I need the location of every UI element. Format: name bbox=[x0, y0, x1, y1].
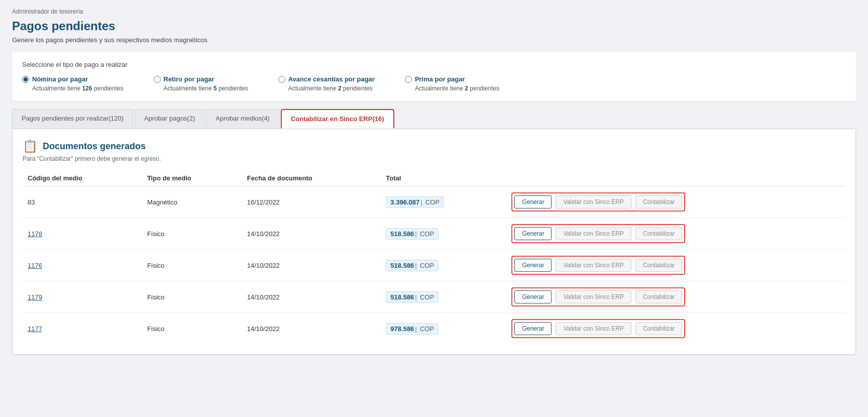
validar-button[interactable]: Validar con Sinco ERP bbox=[556, 290, 631, 303]
cell-tipo: Físico bbox=[142, 218, 242, 250]
radio-nomina[interactable] bbox=[22, 76, 29, 83]
action-buttons: Generar Validar con Sinco ERP Contabiliz… bbox=[511, 192, 685, 212]
generar-button[interactable]: Generar bbox=[514, 195, 552, 208]
section-title: Documentos generados bbox=[43, 141, 146, 152]
radio-label-nomina[interactable]: Nómina por pagar bbox=[22, 75, 124, 83]
total-badge: 518.586 | COP bbox=[386, 228, 439, 240]
cell-actions: Generar Validar con Sinco ERP Contabiliz… bbox=[506, 281, 845, 313]
cell-actions: Generar Validar con Sinco ERP Contabiliz… bbox=[506, 250, 845, 281]
payment-type-group: Nómina por pagar Actualmente tiene 126 p… bbox=[22, 75, 846, 92]
tab-contabilizar[interactable]: Contabilizar en Sinco ERP(16) bbox=[281, 109, 394, 129]
payment-type-label: Seleccione el tipo de pago a realizar bbox=[22, 61, 846, 68]
contabilizar-button[interactable]: Contabilizar bbox=[635, 195, 682, 208]
page-subtitle: Genere los pagos pendientes y sus respec… bbox=[12, 36, 856, 44]
radio-label-prima[interactable]: Prima por pagar bbox=[405, 75, 499, 83]
action-buttons: Generar Validar con Sinco ERP Contabiliz… bbox=[511, 287, 685, 306]
cell-tipo: Físico bbox=[142, 250, 242, 281]
contabilizar-button[interactable]: Contabilizar bbox=[635, 290, 682, 303]
cell-tipo: Magnético bbox=[142, 186, 242, 218]
generar-button[interactable]: Generar bbox=[514, 259, 552, 272]
payment-type-card: Seleccione el tipo de pago a realizar Nó… bbox=[12, 52, 856, 101]
tab-pagos-pendientes[interactable]: Pagos pendientes por realizar(120) bbox=[12, 109, 133, 129]
cell-actions: Generar Validar con Sinco ERP Contabiliz… bbox=[506, 186, 845, 218]
cell-tipo: Físico bbox=[142, 313, 242, 345]
radio-item-nomina: Nómina por pagar Actualmente tiene 126 p… bbox=[22, 75, 124, 92]
cell-codigo[interactable]: 1176 bbox=[23, 250, 142, 281]
validar-button[interactable]: Validar con Sinco ERP bbox=[556, 259, 631, 272]
table-row: 1177Físico14/10/2022978.586 | COP Genera… bbox=[23, 313, 845, 345]
section-header: 📋 Documentos generados bbox=[23, 139, 845, 153]
total-badge: 518.586 | COP bbox=[386, 291, 439, 303]
cell-codigo[interactable]: 1177 bbox=[23, 313, 142, 345]
table-row: 83Magnético16/12/20223.396.087 | COP Gen… bbox=[23, 186, 845, 218]
radio-sub-nomina: Actualmente tiene 126 pendientes bbox=[22, 85, 124, 92]
contabilizar-button[interactable]: Contabilizar bbox=[635, 259, 682, 272]
cell-codigo[interactable]: 1178 bbox=[23, 218, 142, 250]
radio-item-prima: Prima por pagar Actualmente tiene 2 pend… bbox=[405, 75, 499, 92]
table-row: 1179Físico14/10/2022518.586 | COP Genera… bbox=[23, 281, 845, 313]
codigo-link[interactable]: 1179 bbox=[28, 293, 42, 301]
cell-total: 3.396.087 | COP bbox=[381, 186, 506, 218]
radio-label-cesantias[interactable]: Avance cesantías por pagar bbox=[278, 75, 375, 83]
cell-codigo: 83 bbox=[23, 186, 142, 218]
cell-fecha: 14/10/2022 bbox=[242, 281, 381, 313]
radio-cesantias[interactable] bbox=[278, 76, 285, 83]
action-buttons: Generar Validar con Sinco ERP Contabiliz… bbox=[511, 319, 685, 338]
col-actions bbox=[506, 170, 845, 186]
cell-actions: Generar Validar con Sinco ERP Contabiliz… bbox=[506, 313, 845, 345]
radio-sub-retiro: Actualmente tiene 5 pendientes bbox=[154, 85, 248, 92]
radio-retiro[interactable] bbox=[154, 76, 161, 83]
validar-button[interactable]: Validar con Sinco ERP bbox=[556, 195, 631, 208]
radio-label-retiro[interactable]: Retiro por pagar bbox=[154, 75, 248, 83]
cell-total: 518.586 | COP bbox=[381, 218, 506, 250]
cell-total: 518.586 | COP bbox=[381, 281, 506, 313]
radio-item-cesantias: Avance cesantías por pagar Actualmente t… bbox=[278, 75, 375, 92]
col-fecha: Fecha de documento bbox=[242, 170, 381, 186]
cell-fecha: 16/12/2022 bbox=[242, 186, 381, 218]
tab-aprobar-medios[interactable]: Aprobar medios(4) bbox=[206, 109, 279, 129]
page-title: Pagos pendientes bbox=[12, 19, 856, 33]
action-buttons: Generar Validar con Sinco ERP Contabiliz… bbox=[511, 256, 685, 275]
cell-codigo[interactable]: 1179 bbox=[23, 281, 142, 313]
cell-fecha: 14/10/2022 bbox=[242, 250, 381, 281]
action-buttons: Generar Validar con Sinco ERP Contabiliz… bbox=[511, 224, 685, 243]
radio-item-retiro: Retiro por pagar Actualmente tiene 5 pen… bbox=[154, 75, 248, 92]
total-badge: 3.396.087 | COP bbox=[386, 196, 444, 208]
table-row: 1178Físico14/10/2022518.586 | COP Genera… bbox=[23, 218, 845, 250]
tabs-bar: Pagos pendientes por realizar(120) Aprob… bbox=[12, 109, 856, 129]
cell-total: 978.586 | COP bbox=[381, 313, 506, 345]
codigo-link[interactable]: 1176 bbox=[28, 262, 42, 269]
total-badge: 518.586 | COP bbox=[386, 260, 439, 271]
documents-table: Código del medio Tipo de medio Fecha de … bbox=[23, 170, 845, 344]
col-tipo: Tipo de medio bbox=[142, 170, 242, 186]
cell-fecha: 14/10/2022 bbox=[242, 218, 381, 250]
col-codigo: Código del medio bbox=[23, 170, 142, 186]
section-hint: Para "Contabilizar" primero debe generar… bbox=[23, 155, 845, 162]
radio-prima[interactable] bbox=[405, 76, 412, 83]
codigo-link[interactable]: 1177 bbox=[28, 325, 42, 333]
cell-total: 518.586 | COP bbox=[381, 250, 506, 281]
radio-sub-prima: Actualmente tiene 2 pendientes bbox=[405, 85, 499, 92]
cell-tipo: Físico bbox=[142, 281, 242, 313]
contabilizar-button[interactable]: Contabilizar bbox=[635, 322, 682, 335]
cell-actions: Generar Validar con Sinco ERP Contabiliz… bbox=[506, 218, 845, 250]
cell-fecha: 14/10/2022 bbox=[242, 313, 381, 345]
table-row: 1176Físico14/10/2022518.586 | COP Genera… bbox=[23, 250, 845, 281]
radio-sub-cesantias: Actualmente tiene 2 pendientes bbox=[278, 85, 375, 92]
contabilizar-button[interactable]: Contabilizar bbox=[635, 227, 682, 240]
validar-button[interactable]: Validar con Sinco ERP bbox=[556, 322, 631, 335]
breadcrumb: Administrador de tesorería bbox=[12, 8, 856, 15]
validar-button[interactable]: Validar con Sinco ERP bbox=[556, 227, 631, 240]
tab-content: 📋 Documentos generados Para "Contabiliza… bbox=[12, 129, 856, 355]
col-total: Total bbox=[381, 170, 506, 186]
generar-button[interactable]: Generar bbox=[514, 290, 552, 303]
generar-button[interactable]: Generar bbox=[514, 322, 552, 335]
generar-button[interactable]: Generar bbox=[514, 227, 552, 240]
tab-aprobar-pagos[interactable]: Aprobar pagos(2) bbox=[135, 109, 204, 129]
codigo-link[interactable]: 1178 bbox=[28, 230, 42, 238]
documents-icon: 📋 bbox=[23, 139, 38, 153]
total-badge: 978.586 | COP bbox=[386, 323, 439, 335]
